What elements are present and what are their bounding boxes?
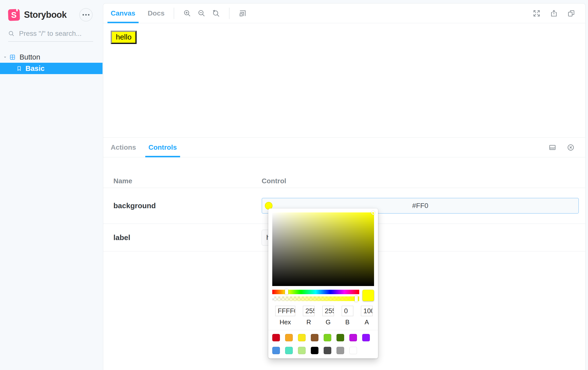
header-name: Name (103, 177, 262, 185)
zoom-in-button[interactable] (183, 9, 191, 18)
b-label: B (345, 318, 350, 326)
panel-position-button[interactable] (548, 143, 557, 152)
preset-color-swatch[interactable] (298, 334, 306, 341)
toolbar-divider (174, 8, 174, 19)
g-label: G (326, 318, 331, 326)
logo-bookmark-notch (16, 8, 18, 12)
zoom-in-icon (183, 9, 191, 17)
component-icon (9, 54, 16, 60)
sidebar: S Storybook Press "/" to search... Butto… (0, 0, 103, 370)
toolbar-right-group (529, 9, 578, 18)
color-value: #FF0 (412, 202, 428, 210)
preset-color-swatch[interactable] (285, 347, 293, 354)
saturation-cursor[interactable] (371, 211, 375, 215)
a-label: A (365, 318, 369, 326)
a-input[interactable]: 100 (361, 306, 373, 316)
preset-color-swatch[interactable] (272, 334, 280, 341)
preset-color-swatch[interactable] (336, 347, 344, 354)
g-input[interactable]: 255 (322, 306, 334, 316)
resize-preview-icon (239, 9, 247, 17)
panel-right-group (545, 143, 578, 152)
copy-icon (567, 10, 575, 17)
stories-tree: Button Basic (0, 51, 103, 74)
r-input[interactable]: 255 (303, 306, 315, 316)
zoom-out-icon (198, 9, 206, 17)
resize-preview-button[interactable] (238, 9, 247, 18)
search-icon (8, 30, 15, 37)
hex-label: Hex (279, 318, 291, 326)
arg-name: label (103, 233, 262, 242)
copy-link-button[interactable] (567, 9, 575, 18)
hex-input[interactable]: FFFF00 (275, 306, 295, 316)
preset-color-swatch[interactable] (349, 334, 357, 341)
panel-bottom-icon (549, 144, 556, 151)
share-icon (550, 10, 558, 17)
fullscreen-button[interactable] (532, 9, 541, 18)
preset-color-swatch[interactable] (311, 347, 318, 354)
saturation-area[interactable] (272, 212, 374, 286)
preset-color-swatch[interactable] (336, 334, 344, 341)
preset-color-swatch[interactable] (362, 334, 370, 341)
open-new-tab-button[interactable] (550, 9, 558, 18)
toolbar-divider (229, 8, 230, 19)
tab-canvas[interactable]: Canvas (107, 3, 139, 23)
tab-controls[interactable]: Controls (145, 138, 180, 157)
sliders-row (272, 290, 374, 301)
preset-color-swatch[interactable] (285, 334, 293, 341)
bookmark-icon (16, 66, 22, 71)
brand-header: S Storybook (8, 8, 93, 22)
ellipsis-icon (83, 14, 84, 16)
preset-color-swatch[interactable] (272, 347, 280, 354)
alpha-gradient (272, 296, 359, 301)
preset-color-swatch[interactable] (298, 347, 306, 354)
sidebar-menu-button[interactable] (79, 8, 93, 21)
preset-color-swatch[interactable] (324, 334, 331, 341)
preset-color-swatch[interactable] (324, 347, 331, 354)
hue-handle[interactable] (285, 289, 288, 295)
preset-color-swatch[interactable] (311, 334, 318, 341)
swatch-grid (268, 330, 378, 358)
color-preview-swatch (362, 290, 374, 301)
close-icon (567, 144, 574, 151)
hue-slider[interactable] (272, 290, 359, 294)
sidebar-item-basic[interactable]: Basic (0, 63, 103, 74)
sidebar-item-label: Basic (25, 64, 44, 73)
storybook-logo: S (8, 9, 20, 21)
fullscreen-icon (533, 10, 540, 17)
close-panel-button[interactable] (567, 143, 575, 152)
alpha-slider[interactable] (272, 296, 359, 301)
preview-canvas: hello (103, 23, 585, 137)
b-input[interactable]: 0 (342, 306, 353, 316)
tab-actions[interactable]: Actions (107, 138, 139, 157)
sidebar-item-label: Button (20, 53, 40, 61)
canvas-toolbar: Canvas Docs (103, 3, 585, 23)
r-label: R (306, 318, 311, 326)
zoom-reset-button[interactable] (212, 9, 220, 18)
preview-hello-button[interactable]: hello (111, 31, 137, 44)
arg-name: background (103, 202, 262, 210)
brand-title: Storybook (24, 10, 67, 20)
color-fields: FFFF00 Hex 255 R 255 G 0 B 100 A (275, 306, 373, 326)
preset-color-swatch[interactable] (349, 347, 357, 354)
color-picker-popup: FFFF00 Hex 255 R 255 G 0 B 100 A (268, 208, 378, 358)
alpha-handle[interactable] (355, 296, 358, 302)
search-placeholder: Press "/" to search... (19, 30, 82, 38)
search-input[interactable]: Press "/" to search... (8, 30, 93, 42)
zoom-out-button[interactable] (197, 9, 206, 18)
zoom-reset-icon (212, 9, 220, 17)
chevron-down-icon (3, 55, 7, 59)
addon-panel-tabs: Actions Controls (103, 138, 585, 157)
tab-docs[interactable]: Docs (145, 3, 168, 23)
header-control: Control (262, 177, 585, 185)
controls-table-header: Name Control (103, 174, 585, 188)
sidebar-item-button[interactable]: Button (0, 51, 103, 63)
